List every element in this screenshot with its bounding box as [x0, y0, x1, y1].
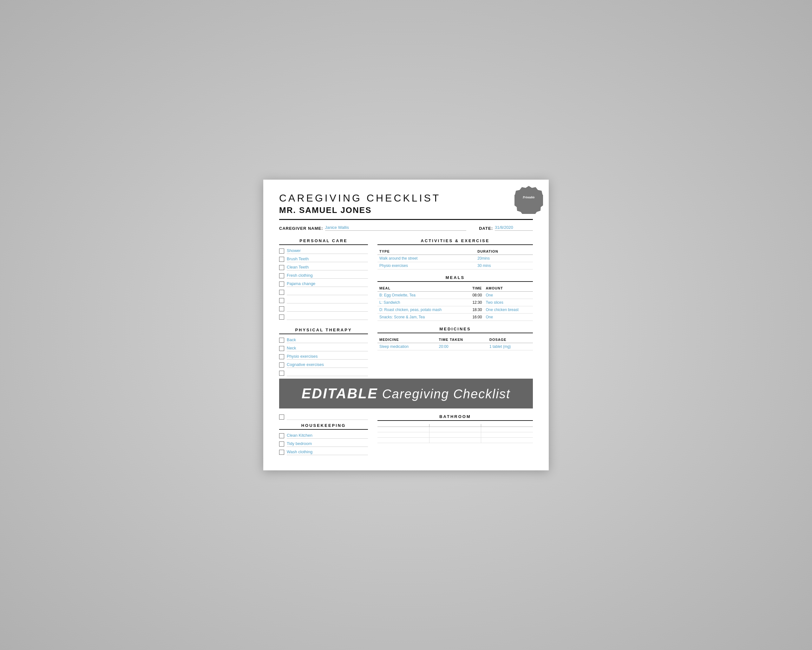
bathroom-col-3	[481, 424, 533, 427]
checklist-item-text: Shower	[287, 248, 368, 254]
meals-body: B: Egg Omelette, Tea08:00OneL: Sandwich1…	[377, 292, 533, 321]
personal-care-item: Shower	[279, 248, 368, 254]
caregiver-value: Janice Wallis	[325, 225, 467, 231]
checkbox[interactable]	[279, 354, 284, 359]
checkbox[interactable]	[279, 346, 284, 351]
table-row	[377, 438, 533, 443]
checklist-item-text: Fresh clothing	[287, 273, 368, 279]
housekeeping-item: Clean Kitchen	[279, 433, 368, 439]
personal-care-header: PERSONAL CARE	[279, 239, 368, 245]
activities-section: ACTIVITIES & EXERCISE TYPE DURATION Walk…	[377, 239, 533, 269]
banner-bold-text: EDITABLE	[302, 385, 378, 401]
meal-time: 08:00	[466, 292, 484, 299]
personal-care-item: Clean Teeth	[279, 265, 368, 271]
bathroom-col-1	[377, 424, 429, 427]
activity-duration: 20mins	[475, 255, 533, 262]
personal-care-empty-list	[279, 289, 368, 320]
bottom-left-column: HOUSEKEEPING Clean KitchenTidy bedroomWa…	[279, 414, 368, 458]
checklist-item-text: Physio exercises	[287, 354, 368, 359]
physical-therapy-list: BackNeckPhysio exercisesCognative exerci…	[279, 337, 368, 368]
meals-header: MEALS	[377, 275, 533, 282]
meal-name: Snacks: Scone & Jam, Tea	[377, 314, 466, 321]
meals-section: MEALS MEAL TIME AMOUNT B: Egg Omelette, …	[377, 275, 533, 321]
physical-therapy-empty-item	[279, 370, 368, 376]
physical-therapy-item: Back	[279, 337, 368, 343]
table-row: Snacks: Scone & Jam, Tea16:00One	[377, 314, 533, 321]
meals-table: MEAL TIME AMOUNT B: Egg Omelette, Tea08:…	[377, 285, 533, 321]
checkbox[interactable]	[279, 290, 284, 295]
checkbox[interactable]	[279, 298, 284, 303]
empty-checklist-item	[287, 289, 368, 295]
bathroom-cell	[429, 427, 481, 432]
meal-amount: One chicken breast	[484, 306, 533, 314]
checkbox[interactable]	[279, 281, 284, 287]
date-value: 31/8/2020	[495, 225, 533, 231]
editable-banner: EDITABLE Caregiving Checklist	[279, 379, 533, 408]
table-row: L: Sandwich12:30Two slices	[377, 299, 533, 306]
personal-care-empty-item	[279, 298, 368, 303]
meal-amount: Two slices	[484, 299, 533, 306]
checkbox[interactable]	[279, 265, 284, 270]
checkbox[interactable]	[279, 273, 284, 278]
medicines-col-time: TIME TAKEN	[437, 336, 487, 343]
bathroom-cell	[429, 432, 481, 438]
checkbox[interactable]	[279, 450, 284, 455]
personal-care-empty-item	[279, 289, 368, 295]
medicine-time: 20:00	[437, 343, 487, 350]
bathroom-cell	[377, 438, 429, 443]
medicines-col-dosage: DOSAGE	[487, 336, 533, 343]
activity-type: Physio exercises	[377, 262, 475, 269]
banner-script-text: Caregiving Checklist	[382, 387, 511, 401]
housekeeping-item: Tidy bedroom	[279, 441, 368, 447]
caregiver-label: CAREGIVER NAME:	[279, 226, 323, 231]
personal-care-section: PERSONAL CARE ShowerBrush TeethClean Tee…	[279, 239, 368, 320]
bathroom-cell	[429, 438, 481, 443]
meal-name: B: Egg Omelette, Tea	[377, 292, 466, 299]
checkbox[interactable]	[279, 257, 284, 262]
table-row: Physio exercises30 mins	[377, 262, 533, 269]
meals-col-amount: AMOUNT	[484, 285, 533, 292]
checkbox[interactable]	[279, 371, 284, 376]
left-column: PERSONAL CARE ShowerBrush TeethClean Tee…	[279, 239, 368, 379]
bathroom-cell	[481, 438, 533, 443]
meal-name: L: Sandwich	[377, 299, 466, 306]
checkbox[interactable]	[279, 362, 284, 367]
table-row: B: Egg Omelette, Tea08:00One	[377, 292, 533, 299]
checklist-item-text: Back	[287, 337, 368, 343]
personal-care-empty-item	[279, 314, 368, 320]
checkbox[interactable]	[279, 249, 284, 254]
checkbox[interactable]	[279, 338, 284, 343]
empty-checklist-item	[287, 298, 368, 303]
physical-therapy-item: Cognative exercises	[279, 362, 368, 368]
date-label: DATE:	[479, 226, 493, 231]
table-row: Walk around the street20mins	[377, 255, 533, 262]
medicines-col-medicine: MEDICINE	[377, 336, 437, 343]
medicine-name: Sleep medication	[377, 343, 437, 350]
header-divider	[279, 219, 533, 220]
medicines-table: MEDICINE TIME TAKEN DOSAGE Sleep medicat…	[377, 336, 533, 350]
checkbox-empty-extra[interactable]	[279, 414, 284, 420]
checkbox[interactable]	[279, 433, 284, 438]
bathroom-table	[377, 424, 533, 443]
meal-name: D: Roast chicken, peas, potato mash	[377, 306, 466, 314]
bathroom-header: BATHROOM	[377, 414, 533, 421]
housekeeping-section: HOUSEKEEPING Clean KitchenTidy bedroomWa…	[279, 423, 368, 455]
checkbox[interactable]	[279, 306, 284, 311]
meal-amount: One	[484, 314, 533, 321]
physical-therapy-item: Physio exercises	[279, 354, 368, 359]
main-columns: PERSONAL CARE ShowerBrush TeethClean Tee…	[279, 239, 533, 379]
page-title: CAREGIVING CHECKLIST	[279, 192, 533, 204]
bottom-right-column: BATHROOM	[377, 414, 533, 458]
activities-col-type: TYPE	[377, 248, 475, 255]
meals-col-time: TIME	[466, 285, 484, 292]
empty-checklist-item	[287, 314, 368, 320]
checklist-item-text: Clean Kitchen	[287, 433, 368, 439]
activities-col-duration: DURATION	[475, 248, 533, 255]
checkbox[interactable]	[279, 315, 284, 320]
physical-therapy-item: Neck	[279, 346, 368, 351]
svg-text:Printable: Printable	[523, 196, 535, 199]
checkbox[interactable]	[279, 442, 284, 447]
empty-checklist-item	[287, 370, 368, 376]
document: Printable CAREGIVING CHECKLIST MR. SAMUE…	[263, 180, 549, 470]
page-wrapper: Printable CAREGIVING CHECKLIST MR. SAMUE…	[263, 180, 549, 470]
